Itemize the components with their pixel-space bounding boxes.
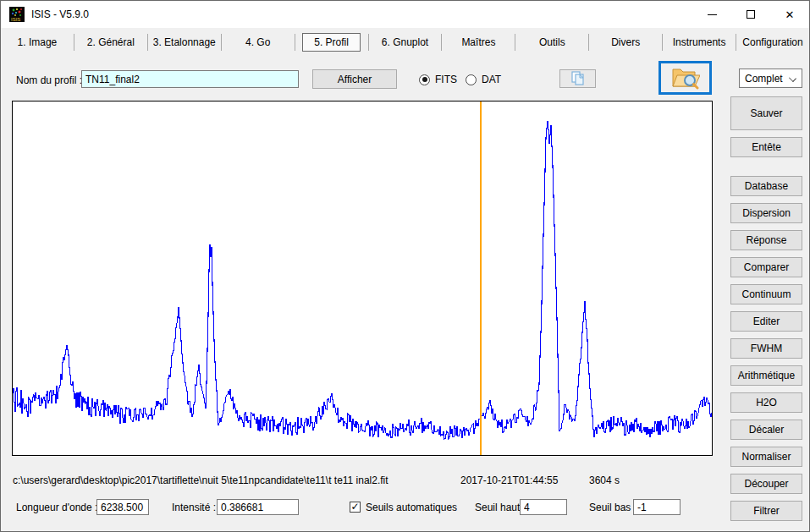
tab-6-gnuplot[interactable]: 6. Gnuplot <box>369 36 442 48</box>
intensity-value[interactable] <box>217 499 299 515</box>
display-mode-value: Complet <box>745 73 783 85</box>
radio-fits[interactable]: FITS <box>419 74 457 85</box>
tab-ma-tres[interactable]: Maîtres <box>442 36 515 48</box>
r-ponse-button[interactable]: Réponse <box>730 230 802 250</box>
normaliser-button[interactable]: Normaliser <box>730 447 802 467</box>
minimize-icon <box>708 14 717 15</box>
filtrer-button[interactable]: Filtrer <box>730 501 802 521</box>
radio-fits-circle <box>419 74 430 85</box>
afficher-button[interactable]: Afficher <box>312 69 397 89</box>
folder-search-icon <box>671 66 700 90</box>
exposure-time: 3604 s <box>589 474 620 486</box>
isis-window: ISIS ISIS - V5.9.0 ✕ 1. Image2. Général3… <box>0 0 810 532</box>
spectrum-trace <box>13 121 712 439</box>
radio-dat[interactable]: DAT <box>466 74 501 85</box>
close-button[interactable]: ✕ <box>770 1 809 28</box>
maximize-icon <box>747 10 755 19</box>
continuum-button[interactable]: Continuum <box>730 284 802 304</box>
threshold-high-label: Seuil haut : <box>475 502 526 513</box>
h2o-button[interactable]: H2O <box>730 392 802 413</box>
d-couper-button[interactable]: Découper <box>730 474 802 494</box>
intensity-label: Intensité : <box>172 502 216 513</box>
database-button[interactable]: Database <box>730 176 802 196</box>
tab-instruments[interactable]: Instruments <box>663 36 736 48</box>
maximize-button[interactable] <box>731 1 770 28</box>
radio-dat-label: DAT <box>482 74 501 85</box>
wavelength-label: Longueur d'onde : <box>16 502 97 513</box>
tab-outils[interactable]: Outils <box>515 36 588 48</box>
tab-configuration[interactable]: Configuration <box>736 36 809 48</box>
tab-1-image[interactable]: 1. Image <box>1 36 74 48</box>
tab-divers[interactable]: Divers <box>589 36 662 48</box>
fwhm-button[interactable]: FWHM <box>730 338 802 359</box>
auto-thresholds-label: Seuils automatiques <box>366 502 457 513</box>
d-caler-button[interactable]: Décaler <box>730 420 802 440</box>
close-icon: ✕ <box>785 9 795 20</box>
spectrum-plot[interactable] <box>12 101 713 456</box>
svg-text:ISIS: ISIS <box>11 17 20 22</box>
display-mode-select[interactable]: Complet <box>739 69 802 88</box>
isis-app-icon: ISIS <box>9 7 25 22</box>
threshold-high-input[interactable] <box>520 499 567 515</box>
profile-name-label: Nom du profil : <box>16 74 82 86</box>
arithm-tique-button[interactable]: Arithmétique <box>730 365 802 386</box>
tab-2-g-n-ral[interactable]: 2. Général <box>74 36 147 48</box>
tab-3-etalonnage[interactable]: 3. Etalonnage <box>148 36 221 48</box>
auto-thresholds-checkbox[interactable]: ✓ <box>350 502 361 513</box>
threshold-low-input[interactable] <box>633 499 681 515</box>
window-title: ISIS - V5.9.0 <box>31 8 89 20</box>
comparer-button[interactable]: Comparer <box>730 257 802 277</box>
copy-profile-button[interactable] <box>559 69 596 88</box>
tab-4-go[interactable]: 4. Go <box>222 36 295 48</box>
sauver-button[interactable]: Sauver <box>730 96 802 130</box>
profile-name-input[interactable] <box>81 70 299 88</box>
tab-5-profil[interactable]: 5. Profil <box>295 33 368 52</box>
radio-dat-circle <box>466 74 477 85</box>
editer-button[interactable]: Editer <box>730 311 802 332</box>
observation-datetime: 2017-10-21T01:44:55 <box>460 474 558 486</box>
sidebar: SauverEntêteDatabaseDispersionRéponseCom… <box>730 96 802 521</box>
chevron-down-icon <box>789 74 796 82</box>
browse-profile-button[interactable] <box>658 61 712 95</box>
dispersion-button[interactable]: Dispersion <box>730 203 802 223</box>
radio-fits-label: FITS <box>435 74 457 85</box>
tab-bar: 1. Image2. Général3. Etalonnage4. Go5. P… <box>1 30 809 55</box>
threshold-low-label: Seuil bas : <box>589 502 636 513</box>
file-path: c:\users\gerard\desktop\pic2017\tartifle… <box>13 474 388 486</box>
minimize-button[interactable] <box>692 1 731 28</box>
copy-icon <box>570 71 587 86</box>
title-bar: ISIS ISIS - V5.9.0 ✕ <box>1 1 809 28</box>
ent-te-button[interactable]: Entête <box>730 137 802 157</box>
wavelength-value[interactable] <box>96 499 149 515</box>
